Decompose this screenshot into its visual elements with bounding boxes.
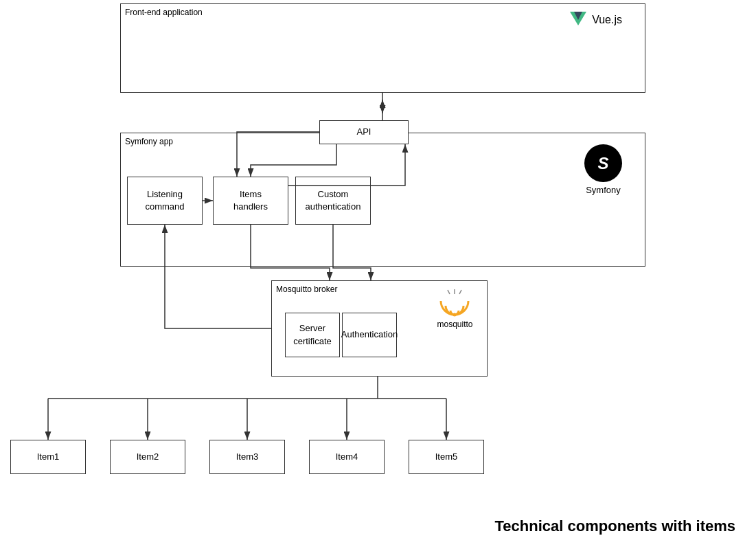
items-handlers-box: Itemshandlers	[213, 177, 288, 225]
symfony-text: Symfony	[586, 185, 621, 195]
server-cert-box: Servercertificate	[285, 313, 340, 357]
custom-auth-text: Customauthentication	[306, 188, 361, 213]
server-cert-text: Servercertificate	[293, 322, 332, 347]
symfony-logo: S Symfony	[584, 144, 622, 195]
item5-text: Item5	[435, 451, 458, 463]
items-handlers-text: Itemshandlers	[233, 188, 268, 213]
svg-line-3	[448, 290, 450, 294]
page-title: Technical components with items	[495, 517, 735, 535]
api-text: API	[357, 126, 371, 138]
item5-box: Item5	[409, 440, 484, 474]
mosquitto-logo: mosquitto	[436, 289, 474, 329]
vuejs-logo: Vue.js	[569, 10, 622, 30]
item3-box: Item3	[209, 440, 285, 474]
vuejs-icon	[569, 10, 588, 30]
frontend-label: Front-end application	[125, 7, 203, 19]
item1-text: Item1	[37, 451, 60, 463]
symfony-label: Symfony app	[125, 136, 173, 148]
api-box: API	[319, 120, 409, 144]
authentication-text: Authentication	[341, 328, 398, 341]
svg-point-2	[453, 313, 457, 317]
listening-command-box: Listeningcommand	[127, 177, 203, 225]
custom-auth-box: Customauthentication	[295, 177, 371, 225]
item2-box: Item2	[110, 440, 185, 474]
diagram: Front-end application Vue.js Symfony app…	[0, 0, 756, 549]
item4-box: Item4	[309, 440, 385, 474]
vuejs-text: Vue.js	[592, 14, 622, 26]
mosquitto-text: mosquitto	[437, 320, 472, 329]
mosquitto-icon	[436, 289, 474, 320]
authentication-box: Authentication	[342, 313, 397, 357]
item3-text: Item3	[236, 451, 259, 463]
symfony-icon: S	[584, 144, 622, 182]
mosquitto-label: Mosquitto broker	[276, 284, 337, 295]
item1-box: Item1	[10, 440, 86, 474]
item4-text: Item4	[336, 451, 358, 463]
frontend-box: Front-end application	[120, 3, 645, 93]
listening-text: Listeningcommand	[145, 188, 184, 213]
item2-text: Item2	[137, 451, 159, 463]
svg-line-5	[459, 290, 461, 294]
